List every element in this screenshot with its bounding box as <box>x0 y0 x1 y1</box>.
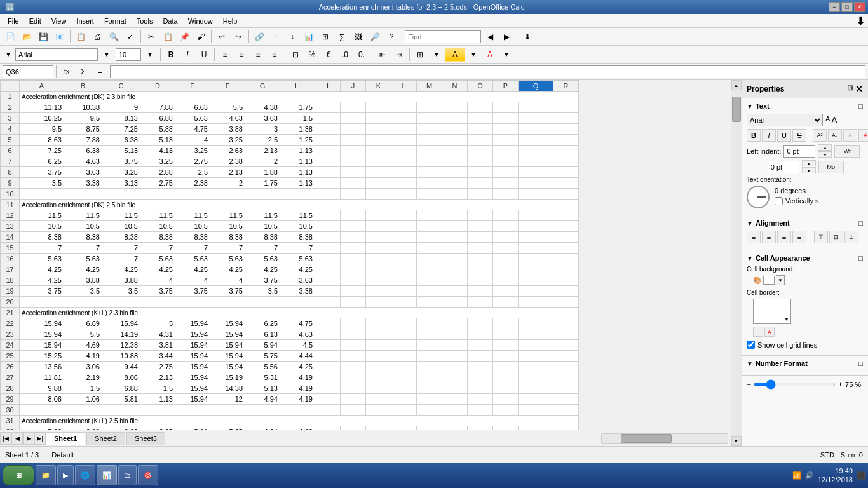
currency-button[interactable]: € <box>321 48 336 62</box>
bg-color-swatch[interactable] <box>763 276 775 285</box>
cell[interactable] <box>442 113 468 124</box>
cell[interactable]: 9.5 <box>20 124 64 135</box>
cell[interactable] <box>175 297 210 308</box>
cell[interactable]: 4 <box>175 135 210 146</box>
cell[interactable] <box>519 135 553 146</box>
cell[interactable] <box>519 156 553 167</box>
tab-next-button[interactable]: ▶ <box>23 432 34 445</box>
cell[interactable]: 5.56 <box>245 362 280 372</box>
col-header-a[interactable]: A <box>20 81 64 92</box>
cell[interactable] <box>391 178 417 189</box>
align-right-button[interactable]: ≡ <box>250 48 266 62</box>
cell[interactable] <box>468 297 493 308</box>
cell[interactable]: 2.75 <box>175 156 210 167</box>
alignment-more-button[interactable]: □ <box>858 219 863 227</box>
cell[interactable]: Acceleration enrichment (K+L) 2.3 bin fi… <box>20 308 579 318</box>
cell[interactable] <box>391 189 417 200</box>
cell[interactable] <box>493 318 519 329</box>
cell[interactable] <box>391 383 417 394</box>
menu-data[interactable]: Data <box>158 16 182 26</box>
cell[interactable]: 7.25 <box>20 146 64 156</box>
row-header-17[interactable]: 17 <box>1 264 20 275</box>
cell[interactable] <box>493 113 519 124</box>
cell[interactable] <box>315 286 341 297</box>
help-button[interactable]: ? <box>384 30 399 44</box>
cell[interactable] <box>519 243 553 254</box>
cell[interactable]: 10.25 <box>20 113 64 124</box>
cell[interactable] <box>341 362 366 372</box>
cell[interactable]: 9.88 <box>20 383 64 394</box>
cell[interactable] <box>391 426 417 430</box>
cell[interactable]: 4.25 <box>210 264 245 275</box>
cell[interactable] <box>493 340 519 351</box>
chart-button[interactable]: 📊 <box>301 30 316 44</box>
cell[interactable]: 10.5 <box>64 221 102 232</box>
cell[interactable]: 3.38 <box>280 286 315 297</box>
italic-button[interactable]: I <box>180 48 195 62</box>
cell[interactable]: 8.75 <box>64 124 102 135</box>
cell[interactable]: 5.25 <box>210 426 245 430</box>
cell[interactable] <box>468 210 493 221</box>
cell[interactable] <box>102 297 140 308</box>
cell[interactable] <box>468 167 493 178</box>
cell[interactable] <box>315 362 341 372</box>
row-header-5[interactable]: 5 <box>1 135 20 146</box>
cell[interactable]: Acceleration enrichment (K+L) 2.5 bin fi… <box>20 416 579 426</box>
find-next-button[interactable]: ▶ <box>499 30 514 44</box>
cell[interactable] <box>315 113 341 124</box>
cell[interactable]: 3.5 <box>64 286 102 297</box>
cell[interactable] <box>315 329 341 340</box>
cell[interactable] <box>20 189 64 200</box>
align-justify-prop-button[interactable]: ≡ <box>792 231 806 243</box>
cell[interactable] <box>417 243 442 254</box>
cell[interactable] <box>341 146 366 156</box>
cell[interactable] <box>519 124 553 135</box>
open-button[interactable]: 📂 <box>19 30 34 44</box>
cell[interactable] <box>366 243 391 254</box>
cell[interactable] <box>391 243 417 254</box>
cell-reference-input[interactable] <box>3 65 53 78</box>
cell[interactable] <box>493 383 519 394</box>
cell[interactable]: 5.63 <box>245 254 280 264</box>
col-header-q[interactable]: Q <box>519 81 553 92</box>
cell[interactable] <box>519 297 553 308</box>
cell[interactable] <box>493 405 519 416</box>
cell[interactable] <box>210 405 245 416</box>
cell[interactable]: 3.5 <box>245 286 280 297</box>
font-name-select[interactable]: Arial <box>747 114 823 126</box>
cell[interactable] <box>64 297 102 308</box>
cell[interactable] <box>315 340 341 351</box>
cell[interactable]: 6.63 <box>102 426 140 430</box>
cell[interactable]: 3.25 <box>102 167 140 178</box>
gallery-button[interactable]: 🖼 <box>351 30 366 44</box>
row-header-7[interactable]: 7 <box>1 156 20 167</box>
cell[interactable]: 5.88 <box>140 124 175 135</box>
cell[interactable] <box>391 275 417 286</box>
cell[interactable]: 4.44 <box>280 351 315 362</box>
cell[interactable] <box>493 102 519 113</box>
cell[interactable]: 3.44 <box>140 351 175 362</box>
cell[interactable]: 3.63 <box>64 167 102 178</box>
cell[interactable]: 10.88 <box>102 351 140 362</box>
cell[interactable] <box>468 243 493 254</box>
cell[interactable]: 12.38 <box>102 340 140 351</box>
row-header-31[interactable]: 31 <box>1 416 20 426</box>
cell[interactable]: 4.25 <box>280 264 315 275</box>
cell[interactable] <box>341 254 366 264</box>
cell[interactable] <box>391 102 417 113</box>
cell[interactable] <box>341 178 366 189</box>
cell[interactable] <box>391 286 417 297</box>
format-paint-button[interactable]: 🖌 <box>193 30 208 44</box>
cell[interactable] <box>468 113 493 124</box>
cell[interactable] <box>315 254 341 264</box>
cell[interactable]: 9 <box>102 102 140 113</box>
row-header-25[interactable]: 25 <box>1 351 20 362</box>
strikethrough-prop-button[interactable]: S <box>792 129 806 142</box>
cell[interactable]: 4.25 <box>140 264 175 275</box>
cell[interactable]: 10.5 <box>102 221 140 232</box>
cell[interactable]: 7.88 <box>140 102 175 113</box>
cell[interactable] <box>493 189 519 200</box>
cell[interactable] <box>442 254 468 264</box>
cell[interactable]: 4.63 <box>64 156 102 167</box>
cell[interactable] <box>468 178 493 189</box>
